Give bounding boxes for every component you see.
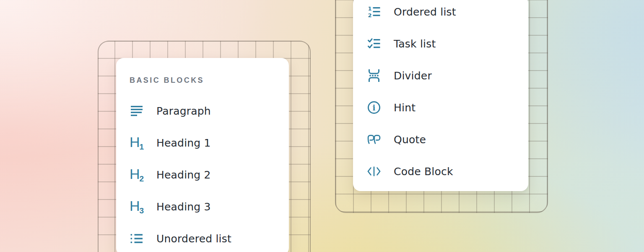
menu-item-label: Unordered list	[156, 233, 231, 245]
menu-item-label: Paragraph	[156, 105, 211, 117]
menu-item-quote[interactable]: Quote	[353, 123, 528, 155]
menu-item-hint[interactable]: i Hint	[353, 92, 528, 123]
menu-item-task-list[interactable]: Task list	[353, 28, 528, 60]
quote-icon	[367, 132, 381, 147]
menu-item-label: Ordered list	[394, 6, 456, 18]
heading-2-icon: H2	[130, 168, 143, 182]
blocks-menu-continued: 1 2 Ordered list Task list	[353, 0, 528, 191]
divider-icon	[367, 68, 381, 83]
svg-text:1: 1	[368, 6, 371, 12]
menu-item-label: Heading 3	[156, 201, 211, 213]
menu-item-unordered-list[interactable]: Unordered list	[116, 223, 289, 252]
menu-item-label: Divider	[394, 70, 432, 82]
heading-3-icon: H3	[130, 200, 143, 214]
paragraph-icon	[130, 104, 143, 118]
unordered-list-icon	[130, 231, 143, 246]
menu-item-label: Heading 2	[156, 169, 211, 181]
menu-item-label: Hint	[394, 102, 415, 114]
ordered-list-icon: 1 2	[367, 5, 381, 19]
menu-item-ordered-list[interactable]: 1 2 Ordered list	[353, 0, 528, 28]
heading-1-icon: H1	[130, 136, 143, 150]
svg-text:2: 2	[368, 12, 371, 18]
page-background: BASIC BLOCKS Paragraph H1 Heading 1 H2 H…	[0, 0, 644, 252]
menu-item-label: Code Block	[394, 165, 453, 178]
basic-blocks-menu: BASIC BLOCKS Paragraph H1 Heading 1 H2 H…	[116, 58, 289, 252]
code-block-icon	[367, 164, 381, 178]
menu-item-divider[interactable]: Divider	[353, 60, 528, 92]
menu-item-heading-1[interactable]: H1 Heading 1	[116, 127, 289, 159]
svg-text:i: i	[373, 103, 376, 112]
menu-item-label: Quote	[394, 134, 426, 146]
menu-item-paragraph[interactable]: Paragraph	[116, 95, 289, 127]
menu-item-label: Heading 1	[156, 137, 211, 149]
menu-item-heading-2[interactable]: H2 Heading 2	[116, 159, 289, 191]
task-list-icon	[367, 37, 381, 51]
menu-item-heading-3[interactable]: H3 Heading 3	[116, 191, 289, 223]
menu-item-label: Task list	[394, 38, 436, 50]
menu-item-code-block[interactable]: Code Block	[353, 155, 528, 187]
section-title: BASIC BLOCKS	[130, 75, 289, 86]
hint-icon: i	[367, 100, 381, 115]
